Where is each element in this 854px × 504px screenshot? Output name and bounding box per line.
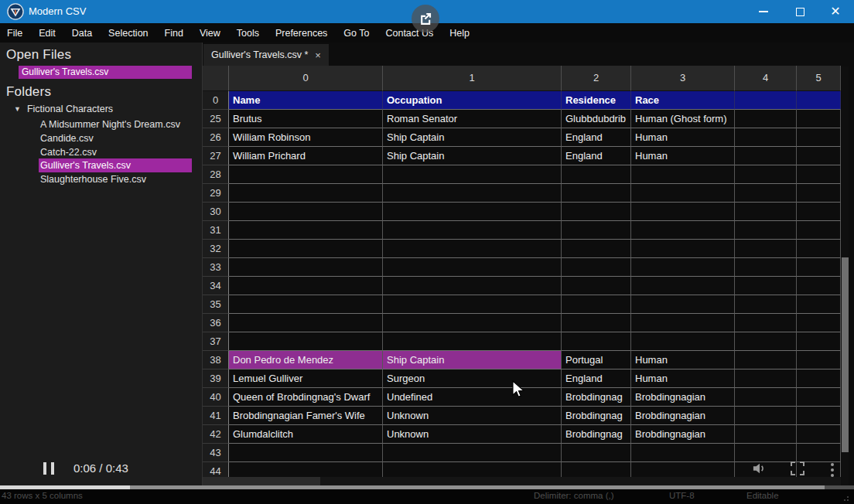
cell[interactable]: William Prichard	[229, 147, 383, 165]
cell[interactable]	[383, 277, 562, 295]
cell[interactable]	[229, 203, 383, 221]
tree-file-candide-csv[interactable]: Candide.csv	[40, 131, 94, 145]
row-number[interactable]: 32	[203, 240, 229, 258]
cell[interactable]	[735, 295, 797, 314]
row-number[interactable]: 0	[203, 91, 229, 110]
cell[interactable]	[383, 444, 562, 462]
cell[interactable]: Don Pedro de Mendez	[229, 351, 383, 369]
cell[interactable]	[562, 295, 631, 314]
cell[interactable]	[631, 314, 735, 332]
grid-corner-cell[interactable]	[203, 66, 229, 91]
cell[interactable]	[229, 165, 383, 184]
more-options-button[interactable]	[831, 463, 834, 479]
cell[interactable]	[631, 240, 735, 258]
cell[interactable]	[562, 444, 631, 462]
menu-item-help[interactable]: Help	[449, 28, 470, 39]
cell[interactable]	[797, 184, 841, 203]
cell[interactable]: Brobdingnagian Famer's Wife	[229, 407, 383, 425]
cell[interactable]	[797, 128, 841, 147]
cell[interactable]	[735, 444, 797, 462]
cell[interactable]	[735, 240, 797, 258]
row-number[interactable]: 39	[203, 369, 229, 388]
cell[interactable]	[797, 295, 841, 314]
cell[interactable]	[735, 388, 797, 407]
cell[interactable]: England	[562, 369, 631, 388]
vertical-scrollbar[interactable]	[842, 66, 849, 487]
cell[interactable]	[631, 332, 735, 351]
column-header-5[interactable]: 5	[797, 66, 841, 91]
cell[interactable]	[229, 332, 383, 351]
cell[interactable]	[631, 184, 735, 203]
cell[interactable]	[797, 258, 841, 277]
cell[interactable]	[631, 221, 735, 240]
cell[interactable]	[383, 165, 562, 184]
cell[interactable]: Human	[631, 369, 735, 388]
row-number[interactable]: 27	[203, 147, 229, 165]
menu-item-go-to[interactable]: Go To	[343, 28, 369, 39]
row-number[interactable]: 28	[203, 165, 229, 184]
cell[interactable]	[735, 351, 797, 369]
cell[interactable]: Unknown	[383, 407, 562, 425]
cell[interactable]: Roman Senator	[383, 110, 562, 128]
cell[interactable]: Undefined	[383, 388, 562, 407]
cell[interactable]: Unknown	[383, 425, 562, 444]
cell[interactable]	[383, 332, 562, 351]
cell[interactable]	[383, 314, 562, 332]
cell[interactable]	[631, 277, 735, 295]
cell[interactable]	[735, 165, 797, 184]
cell[interactable]	[797, 351, 841, 369]
minimize-button[interactable]	[746, 0, 781, 23]
row-number[interactable]: 43	[203, 444, 229, 462]
cell[interactable]	[383, 184, 562, 203]
cell[interactable]	[562, 240, 631, 258]
cell[interactable]	[631, 295, 735, 314]
volume-button[interactable]	[752, 461, 767, 478]
menu-item-edit[interactable]: Edit	[39, 28, 56, 39]
column-header-0[interactable]: 0	[229, 66, 383, 91]
row-number[interactable]: 41	[203, 407, 229, 425]
cell[interactable]	[735, 369, 797, 388]
resize-grip[interactable]	[843, 494, 851, 502]
folder-item-fictional-characters[interactable]: ▼Fictional Characters	[14, 104, 113, 117]
cell[interactable]	[562, 221, 631, 240]
row-number[interactable]: 40	[203, 388, 229, 407]
cell[interactable]: William Robinson	[229, 128, 383, 147]
cell[interactable]: Brobdingnag	[562, 388, 631, 407]
cell[interactable]: Name	[229, 91, 383, 110]
cell[interactable]	[735, 203, 797, 221]
row-number[interactable]: 38	[203, 351, 229, 369]
cell[interactable]	[229, 444, 383, 462]
menu-item-data[interactable]: Data	[72, 28, 92, 39]
cell[interactable]: Brobdingnagian	[631, 407, 735, 425]
cell[interactable]	[562, 184, 631, 203]
cell[interactable]	[383, 295, 562, 314]
cell[interactable]	[797, 425, 841, 444]
cell[interactable]	[383, 258, 562, 277]
cell[interactable]	[797, 221, 841, 240]
cell[interactable]: Ship Captain	[383, 351, 562, 369]
column-header-2[interactable]: 2	[562, 66, 631, 91]
row-number[interactable]: 37	[203, 332, 229, 351]
cell[interactable]: Human (Ghost form)	[631, 110, 735, 128]
cell[interactable]: Glubbdubdrib	[562, 110, 631, 128]
cell[interactable]	[797, 147, 841, 165]
cell[interactable]	[735, 258, 797, 277]
tree-file-a-midsummer-night-s-dream-csv[interactable]: A Midsummer Night's Dream.csv	[40, 117, 180, 131]
cell[interactable]	[229, 277, 383, 295]
cell[interactable]: Queen of Brobdingnag's Dwarf	[229, 388, 383, 407]
cell[interactable]	[735, 407, 797, 425]
row-number[interactable]: 26	[203, 128, 229, 147]
cell[interactable]	[229, 314, 383, 332]
cell[interactable]	[735, 147, 797, 165]
cell[interactable]: Human	[631, 128, 735, 147]
cell[interactable]	[735, 221, 797, 240]
popout-button[interactable]	[412, 5, 439, 32]
fullscreen-button[interactable]	[791, 461, 804, 478]
cell[interactable]: Brobdingnag	[562, 407, 631, 425]
cell[interactable]	[797, 240, 841, 258]
cell[interactable]: Human	[631, 147, 735, 165]
menu-item-preferences[interactable]: Preferences	[275, 28, 327, 39]
menu-item-tools[interactable]: Tools	[237, 28, 259, 39]
cell[interactable]	[631, 203, 735, 221]
cell[interactable]	[797, 369, 841, 388]
